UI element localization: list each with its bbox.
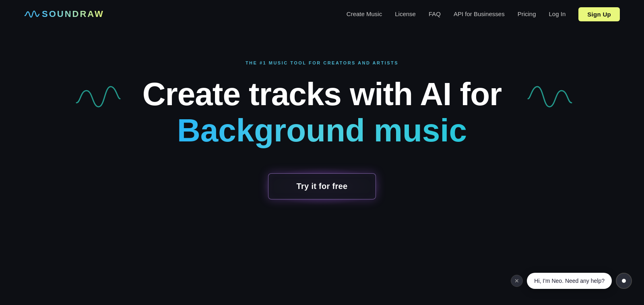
- navbar: SOUNDRAW Create Music License FAQ API fo…: [0, 0, 644, 28]
- chat-widget: ✕ Hi, I'm Neo. Need any help?: [511, 273, 632, 289]
- nav-pricing[interactable]: Pricing: [518, 10, 536, 17]
- wave-decoration-left: [72, 81, 121, 113]
- chat-avatar-button[interactable]: [616, 273, 632, 289]
- signup-button[interactable]: Sign Up: [578, 7, 620, 21]
- hero-section: THE #1 MUSIC TOOL FOR CREATORS AND ARTIS…: [0, 28, 644, 199]
- logo-text: SOUNDRAW: [42, 9, 104, 19]
- nav-links: Create Music License FAQ API for Busines…: [347, 7, 620, 21]
- chat-dot: [622, 279, 626, 283]
- chat-message: Hi, I'm Neo. Need any help?: [527, 273, 612, 289]
- nav-login[interactable]: Log In: [549, 10, 566, 17]
- logo[interactable]: SOUNDRAW: [24, 8, 104, 20]
- chat-close-button[interactable]: ✕: [511, 275, 523, 287]
- wave-decoration-right: [527, 81, 576, 113]
- nav-api[interactable]: API for Businesses: [454, 10, 505, 17]
- hero-title: Create tracks with AI for: [142, 77, 502, 112]
- cta-wrapper: Try it for free: [268, 173, 376, 199]
- cta-button[interactable]: Try it for free: [268, 173, 376, 199]
- logo-wave-icon: [24, 8, 39, 20]
- hero-subtitle: Background music: [177, 112, 467, 149]
- nav-faq[interactable]: FAQ: [429, 10, 441, 17]
- nav-create-music[interactable]: Create Music: [347, 10, 382, 17]
- nav-license[interactable]: License: [395, 10, 416, 17]
- hero-tagline: THE #1 MUSIC TOOL FOR CREATORS AND ARTIS…: [246, 60, 398, 65]
